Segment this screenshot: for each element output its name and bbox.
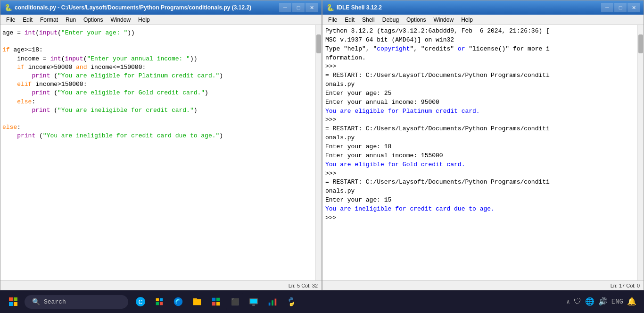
editor-window-controls: ─ □ ✕ (279, 3, 318, 12)
editor-maximize-button[interactable]: □ (292, 3, 305, 12)
svg-rect-13 (216, 302, 220, 305)
editor-title-icon: 🐍 (4, 4, 12, 11)
tray-network-icon[interactable]: 🌐 (585, 297, 594, 306)
svg-rect-19 (275, 299, 277, 306)
idle-editor-window: 🐍 conditionals.py - C:/Users/Laysoft/Doc… (0, 0, 322, 290)
shell-menu-shell[interactable]: Shell (358, 16, 379, 24)
svg-rect-10 (212, 298, 215, 301)
editor-menubar: File Edit Format Run Options Window Help (0, 15, 322, 25)
search-icon: 🔍 (32, 298, 40, 306)
code-editor[interactable]: age = int(input("Enter your age: ")) if … (0, 25, 315, 280)
shell-window-controls: ─ □ ✕ (601, 3, 640, 12)
shell-menubar: File Edit Shell Debug Options Window Hel… (322, 15, 644, 25)
taskbar-icon-copilot[interactable]: C (132, 293, 149, 310)
shell-scrollbar-thumb[interactable] (638, 34, 643, 53)
editor-status-text: Ln: 5 Col: 32 (289, 283, 318, 288)
svg-rect-16 (252, 305, 255, 305)
taskbar-search-box[interactable]: 🔍 Search (25, 295, 128, 309)
editor-minimize-button[interactable]: ─ (279, 3, 291, 12)
editor-scrollbar-thumb[interactable] (316, 34, 321, 53)
shell-content-wrapper: Python 3.12.2 (tags/v3.12.2:6abddd9, Feb… (322, 25, 644, 280)
svg-rect-8 (156, 302, 159, 305)
svg-rect-6 (156, 298, 159, 301)
sys-tray-icons: ∧ 🛡 🌐 🔊 ENG 🔔 (563, 297, 640, 306)
taskbar-icon-edge[interactable] (170, 293, 187, 310)
editor-title: conditionals.py - C:/Users/Laysoft/Docum… (15, 4, 276, 11)
editor-menu-file[interactable]: File (2, 16, 19, 24)
shell-title: IDLE Shell 3.12.2 (337, 4, 598, 11)
svg-rect-17 (269, 303, 271, 305)
editor-content-area: age = int(input("Enter your age: ")) if … (0, 25, 322, 280)
svg-rect-3 (14, 302, 17, 306)
editor-scrollbar[interactable] (315, 25, 322, 280)
tray-notification-icon[interactable]: 🔔 (627, 297, 636, 306)
editor-menu-window[interactable]: Window (107, 16, 134, 24)
editor-menu-options[interactable]: Options (80, 16, 107, 24)
editor-menu-run[interactable]: Run (62, 16, 80, 24)
shell-title-icon: 🐍 (326, 4, 334, 11)
editor-menu-format[interactable]: Format (36, 16, 62, 24)
editor-menu-help[interactable]: Help (134, 16, 154, 24)
shell-statusbar: Ln: 17 Col: 0 (322, 280, 644, 290)
start-button[interactable] (4, 292, 23, 311)
taskbar-icon-terminal[interactable]: ⬛ (226, 293, 243, 310)
taskbar-icon-display[interactable] (245, 293, 262, 310)
svg-text:C: C (139, 299, 143, 305)
svg-rect-12 (212, 302, 215, 305)
taskbar-app-icons: C ⬛ (132, 293, 300, 310)
shell-menu-window[interactable]: Window (429, 16, 457, 24)
shell-maximize-button[interactable]: □ (614, 3, 627, 12)
taskbar-system-tray: ∧ 🛡 🌐 🔊 ENG 🔔 (563, 297, 640, 306)
shell-minimize-button[interactable]: ─ (601, 3, 613, 12)
tray-volume-icon[interactable]: 🔊 (598, 297, 608, 306)
taskbar-icon-store[interactable] (207, 293, 224, 310)
idle-shell-window: 🐍 IDLE Shell 3.12.2 ─ □ ✕ File Edit Shel… (322, 0, 644, 290)
editor-titlebar: 🐍 conditionals.py - C:/Users/Laysoft/Doc… (0, 0, 322, 15)
shell-menu-file[interactable]: File (324, 16, 341, 24)
taskbar-icon-python[interactable] (283, 293, 300, 310)
shell-close-button[interactable]: ✕ (627, 3, 640, 12)
shell-output[interactable]: Python 3.12.2 (tags/v3.12.2:6abddd9, Feb… (322, 25, 637, 280)
tray-arrow-icon[interactable]: ∧ (567, 298, 570, 305)
svg-rect-15 (250, 299, 257, 304)
taskbar-icon-chart[interactable] (264, 293, 281, 310)
shell-titlebar: 🐍 IDLE Shell 3.12.2 ─ □ ✕ (322, 0, 644, 15)
taskbar-icon-explorer[interactable] (189, 293, 206, 310)
svg-rect-2 (9, 302, 13, 306)
editor-close-button[interactable]: ✕ (305, 3, 318, 12)
editor-menu-edit[interactable]: Edit (19, 16, 36, 24)
svg-rect-0 (9, 297, 13, 301)
search-label: Search (44, 298, 66, 305)
shell-menu-debug[interactable]: Debug (379, 16, 403, 24)
shell-scrollbar[interactable] (637, 25, 644, 280)
svg-rect-1 (14, 297, 17, 301)
taskbar: 🔍 Search C ⬛ ∧ (0, 290, 644, 313)
svg-rect-7 (160, 298, 163, 301)
editor-statusbar: Ln: 5 Col: 32 (0, 280, 322, 290)
shell-menu-edit[interactable]: Edit (341, 16, 358, 24)
tray-shield-icon[interactable]: 🛡 (574, 297, 581, 306)
shell-menu-help[interactable]: Help (457, 16, 477, 24)
taskbar-icon-files[interactable] (151, 293, 168, 310)
shell-status-text: Ln: 17 Col: 0 (611, 283, 640, 288)
tray-keyboard-icon[interactable]: ENG (611, 298, 623, 305)
svg-rect-9 (160, 302, 163, 305)
svg-rect-11 (216, 298, 220, 301)
shell-menu-options[interactable]: Options (403, 16, 429, 24)
svg-rect-18 (272, 300, 273, 305)
